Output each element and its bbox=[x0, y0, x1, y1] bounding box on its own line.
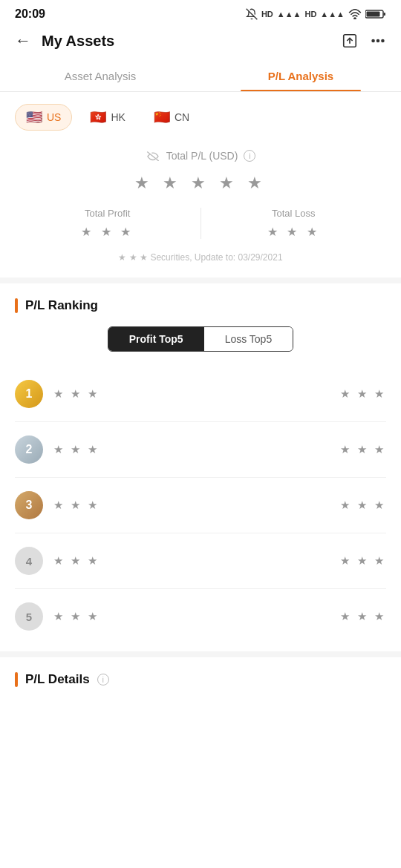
us-flag-icon: 🇺🇸 bbox=[26, 109, 42, 125]
header-right bbox=[342, 33, 386, 49]
header: ← My Assets bbox=[0, 25, 401, 59]
ranking-item-5: 5 ★ ★ ★ ★ ★ ★ bbox=[15, 589, 386, 644]
cn-flag-icon: 🇨🇳 bbox=[154, 109, 170, 125]
pl-total-profit: Total Profit ★ ★ ★ bbox=[15, 208, 201, 239]
tab-bar: Asset Analysis P/L Analysis bbox=[0, 59, 401, 92]
region-cn-label: CN bbox=[175, 111, 189, 123]
details-accent-bar bbox=[15, 672, 18, 687]
ranking-list: 1 ★ ★ ★ ★ ★ ★ 2 ★ ★ ★ ★ ★ ★ 3 ★ ★ ★ bbox=[15, 366, 386, 644]
rank-name-stars-5: ★ ★ ★ bbox=[53, 610, 100, 623]
share-icon[interactable] bbox=[342, 33, 358, 49]
ranking-toggle: Profit Top5 Loss Top5 bbox=[108, 326, 293, 352]
region-hk-label: HK bbox=[111, 111, 125, 123]
ranking-item-1: 1 ★ ★ ★ ★ ★ ★ bbox=[15, 366, 386, 422]
signal-bars-2: ▲▲▲ bbox=[320, 10, 345, 19]
pl-main-value: ★ ★ ★ ★ ★ bbox=[15, 174, 386, 193]
rank-value-stars-2: ★ ★ ★ bbox=[340, 443, 386, 456]
back-button[interactable]: ← bbox=[15, 31, 31, 50]
rank-name-stars-4: ★ ★ ★ bbox=[53, 554, 100, 568]
signal-bars-1: ▲▲▲ bbox=[277, 10, 301, 19]
rank-badge-5: 5 bbox=[15, 602, 43, 631]
eye-hidden-icon[interactable] bbox=[146, 151, 160, 161]
signal-icon-1: HD bbox=[261, 10, 273, 19]
ranking-left-2: 2 ★ ★ ★ bbox=[15, 435, 100, 464]
rank-name-stars-2: ★ ★ ★ bbox=[53, 443, 100, 456]
svg-point-8 bbox=[377, 40, 379, 42]
total-profit-value: ★ ★ ★ bbox=[30, 225, 186, 239]
pl-sub-row: Total Profit ★ ★ ★ Total Loss ★ ★ ★ bbox=[15, 208, 386, 239]
rank-value-stars-4: ★ ★ ★ bbox=[340, 554, 386, 568]
total-profit-label: Total Profit bbox=[30, 208, 186, 219]
pl-info-icon[interactable]: i bbox=[244, 150, 255, 162]
rank-value-stars-5: ★ ★ ★ bbox=[340, 610, 386, 623]
bell-muted-icon bbox=[246, 8, 258, 20]
loss-top5-button[interactable]: Loss Top5 bbox=[204, 327, 293, 351]
section-divider bbox=[0, 277, 401, 283]
ranking-accent-bar bbox=[15, 298, 18, 313]
header-left: ← My Assets bbox=[15, 31, 114, 50]
rank-badge-2: 2 bbox=[15, 435, 43, 464]
pl-details-title: P/L Details bbox=[25, 672, 90, 687]
rank-badge-4: 4 bbox=[15, 547, 43, 575]
wifi-icon bbox=[348, 9, 362, 19]
svg-point-7 bbox=[372, 40, 374, 42]
pl-total-loss: Total Loss ★ ★ ★ bbox=[201, 208, 387, 239]
ranking-left-5: 5 ★ ★ ★ bbox=[15, 602, 100, 631]
svg-line-0 bbox=[247, 9, 258, 20]
svg-point-9 bbox=[382, 40, 384, 42]
total-loss-value: ★ ★ ★ bbox=[216, 225, 372, 239]
rank-name-stars-3: ★ ★ ★ bbox=[53, 499, 100, 512]
rank-value-stars-3: ★ ★ ★ bbox=[340, 499, 386, 512]
svg-point-1 bbox=[354, 18, 356, 19]
status-bar: 20:09 HD ▲▲▲ HD ▲▲▲ bbox=[0, 0, 401, 25]
rank-badge-3: 3 bbox=[15, 491, 43, 519]
rank-name-stars-1: ★ ★ ★ bbox=[53, 387, 100, 401]
ranking-section: P/L Ranking Profit Top5 Loss Top5 1 ★ ★ … bbox=[0, 283, 401, 651]
profit-top5-button[interactable]: Profit Top5 bbox=[108, 327, 204, 351]
ranking-item-4: 4 ★ ★ ★ ★ ★ ★ bbox=[15, 533, 386, 589]
hk-flag-icon: 🇭🇰 bbox=[90, 109, 106, 125]
region-cn-button[interactable]: 🇨🇳 CN bbox=[143, 104, 200, 131]
pl-details-section: P/L Details i bbox=[0, 651, 401, 694]
rank-badge-1: 1 bbox=[15, 380, 43, 408]
ranking-left-4: 4 ★ ★ ★ bbox=[15, 547, 100, 575]
ranking-header: P/L Ranking bbox=[15, 298, 386, 313]
ranking-item-2: 2 ★ ★ ★ ★ ★ ★ bbox=[15, 422, 386, 478]
signal-icon-2: HD bbox=[304, 10, 316, 19]
more-icon[interactable] bbox=[370, 33, 386, 49]
region-us-label: US bbox=[47, 111, 61, 123]
status-time: 20:09 bbox=[15, 7, 45, 21]
total-loss-label: Total Loss bbox=[216, 208, 372, 219]
region-selector: 🇺🇸 US 🇭🇰 HK 🇨🇳 CN bbox=[0, 92, 401, 142]
status-icons: HD ▲▲▲ HD ▲▲▲ bbox=[246, 8, 386, 20]
ranking-left-1: 1 ★ ★ ★ bbox=[15, 380, 100, 408]
region-us-button[interactable]: 🇺🇸 US bbox=[15, 104, 72, 131]
pl-summary-section: Total P/L (USD) i ★ ★ ★ ★ ★ Total Profit… bbox=[0, 142, 401, 277]
pl-total-text: Total P/L (USD) bbox=[166, 150, 238, 162]
svg-rect-4 bbox=[367, 12, 380, 17]
page-title: My Assets bbox=[42, 33, 114, 50]
battery-icon bbox=[365, 9, 386, 19]
ranking-title: P/L Ranking bbox=[25, 298, 98, 313]
pl-update-note: ★ ★ ★ Securities, Update to: 03/29/2021 bbox=[15, 252, 386, 263]
rank-value-stars-1: ★ ★ ★ bbox=[340, 387, 386, 401]
pl-details-info-icon[interactable]: i bbox=[97, 674, 109, 685]
svg-rect-3 bbox=[384, 13, 386, 16]
tab-pl-analysis[interactable]: P/L Analysis bbox=[200, 59, 401, 91]
ranking-item-3: 3 ★ ★ ★ ★ ★ ★ bbox=[15, 478, 386, 533]
tab-asset-analysis[interactable]: Asset Analysis bbox=[0, 59, 200, 91]
ranking-left-3: 3 ★ ★ ★ bbox=[15, 491, 100, 519]
region-hk-button[interactable]: 🇭🇰 HK bbox=[79, 104, 135, 131]
pl-total-label-row: Total P/L (USD) i bbox=[15, 150, 386, 162]
